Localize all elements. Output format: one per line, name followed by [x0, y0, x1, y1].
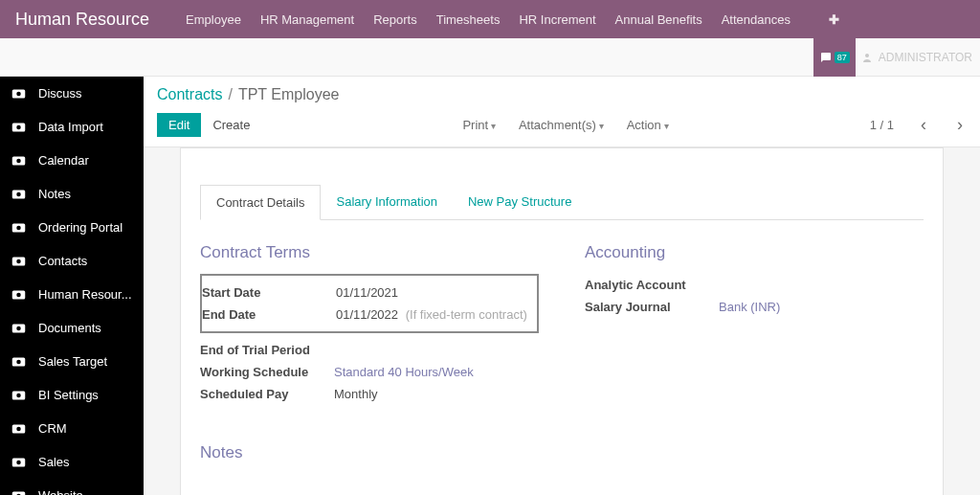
svg-point-14	[16, 292, 21, 297]
sidebar-item-data-import[interactable]: Data Import	[0, 110, 144, 144]
edit-button[interactable]: Edit	[157, 113, 201, 137]
sidebar-item-contacts[interactable]: Contacts	[0, 244, 144, 278]
working-schedule-value[interactable]: Standard 40 Hours/Week	[334, 365, 474, 379]
sidebar-item-discuss[interactable]: Discuss	[0, 77, 144, 110]
sidebar-item-sales-target[interactable]: Sales Target	[0, 345, 144, 378]
end-date-value: 01/11/2022 (If fixed-term contract)	[336, 307, 527, 322]
module-icon	[11, 422, 29, 436]
brand-title[interactable]: Human Resource	[15, 10, 149, 30]
start-date-value: 01/11/2021	[336, 285, 398, 300]
sidebar-item-sales[interactable]: Sales	[0, 445, 144, 479]
sidebar-item-label: Ordering Portal	[38, 220, 122, 235]
content-area: Contracts / TPT Employee Edit Create Pri…	[144, 77, 980, 495]
sidebar-item-label: Calendar	[38, 153, 89, 168]
contract-terms-column: Contract Terms Start Date 01/11/2021 End…	[200, 243, 539, 405]
user-icon	[861, 52, 873, 63]
tab-bar: Contract Details Salary Information New …	[200, 185, 924, 220]
sidebar-item-label: Sales	[38, 455, 70, 469]
end-date-text: 01/11/2022	[336, 307, 398, 322]
secondary-bar: 87 ADMINISTRATOR	[0, 38, 980, 77]
pager-label: 1 / 1	[870, 118, 894, 132]
sidebar-item-calendar[interactable]: Calendar	[0, 144, 144, 177]
sidebar-item-notes[interactable]: Notes	[0, 177, 144, 211]
svg-point-6	[16, 158, 21, 163]
chat-count-badge: 87	[835, 52, 850, 63]
app-sidebar: Discuss Data Import Calendar Notes Order…	[0, 77, 144, 495]
svg-point-18	[16, 359, 21, 364]
svg-point-20	[16, 393, 21, 397]
svg-point-8	[16, 191, 21, 196]
pager-prev[interactable]: ‹	[917, 115, 930, 135]
menu-attendances[interactable]: Attendances	[722, 12, 791, 27]
menu-reports[interactable]: Reports	[373, 12, 417, 27]
trial-period-label: End of Trial Period	[200, 343, 334, 357]
breadcrumb-sep: /	[228, 86, 232, 103]
svg-point-0	[865, 54, 869, 57]
sidebar-item-ordering-portal[interactable]: Ordering Portal	[0, 211, 144, 244]
attachments-dropdown[interactable]: Attachment(s)	[519, 118, 604, 132]
topbar: Human Resource Employee HR Management Re…	[0, 0, 980, 38]
breadcrumb-current: TPT Employee	[238, 86, 340, 103]
svg-point-16	[16, 326, 21, 330]
salary-journal-value[interactable]: Bank (INR)	[719, 300, 780, 314]
tab-contract-details[interactable]: Contract Details	[200, 185, 321, 220]
module-icon	[11, 389, 29, 402]
end-date-hint: (If fixed-term contract)	[406, 307, 527, 322]
contract-terms-heading: Contract Terms	[200, 243, 539, 262]
tab-new-pay-structure[interactable]: New Pay Structure	[453, 185, 587, 219]
svg-point-12	[16, 259, 21, 263]
module-icon	[11, 221, 29, 235]
module-icon	[11, 288, 29, 302]
module-icon	[11, 87, 29, 101]
sidebar-item-label: CRM	[38, 421, 67, 436]
menu-annual-benefits[interactable]: Annual Benefits	[615, 12, 702, 27]
notes-heading: Notes	[200, 443, 924, 462]
pager-next[interactable]: ›	[953, 115, 967, 135]
sidebar-item-label: Notes	[38, 187, 71, 201]
date-highlight-box: Start Date 01/11/2021 End Date 01/11/202…	[200, 274, 539, 333]
breadcrumb: Contracts / TPT Employee	[144, 77, 980, 107]
sidebar-item-label: Documents	[38, 321, 101, 335]
svg-point-22	[16, 426, 21, 431]
module-icon	[11, 489, 29, 496]
tab-salary-information[interactable]: Salary Information	[321, 185, 453, 219]
messaging-button[interactable]: 87	[813, 38, 856, 77]
action-dropdown[interactable]: Action	[627, 118, 669, 132]
sidebar-item-label: Discuss	[38, 86, 82, 101]
user-label: ADMINISTRATOR	[879, 51, 972, 64]
sidebar-item-label: Contacts	[38, 254, 87, 268]
add-menu-icon[interactable]: ✚	[829, 12, 839, 27]
module-icon	[11, 154, 29, 168]
menu-hr-increment[interactable]: HR Increment	[519, 12, 595, 27]
svg-point-24	[16, 460, 21, 464]
sidebar-item-label: Sales Target	[38, 354, 107, 369]
sidebar-item-website[interactable]: Website	[0, 479, 144, 495]
end-date-label: End Date	[202, 307, 336, 322]
module-icon	[11, 255, 29, 268]
breadcrumb-root[interactable]: Contracts	[157, 86, 222, 103]
sidebar-item-documents[interactable]: Documents	[0, 311, 144, 345]
sidebar-item-label: Human Resour...	[38, 287, 132, 302]
menu-employee[interactable]: Employee	[186, 12, 241, 27]
user-menu[interactable]: ADMINISTRATOR	[861, 51, 972, 64]
start-date-label: Start Date	[202, 285, 336, 300]
scheduled-pay-label: Scheduled Pay	[200, 387, 334, 401]
sidebar-item-bi-settings[interactable]: BI Settings	[0, 378, 144, 412]
analytic-account-label: Analytic Account	[585, 278, 719, 292]
module-icon	[11, 322, 29, 335]
menu-timesheets[interactable]: Timesheets	[436, 12, 501, 27]
salary-journal-label: Salary Journal	[585, 300, 719, 314]
create-button[interactable]: Create	[201, 113, 261, 137]
module-icon	[11, 121, 29, 134]
action-toolbar: Edit Create Print Attachment(s) Action 1…	[144, 107, 980, 147]
sidebar-item-crm[interactable]: CRM	[0, 412, 144, 445]
working-schedule-label: Working Schedule	[200, 365, 334, 379]
chat-icon	[819, 52, 833, 63]
print-dropdown[interactable]: Print	[462, 118, 496, 132]
module-icon	[11, 456, 29, 469]
menu-hr-management[interactable]: HR Management	[260, 12, 354, 27]
sidebar-item-human-resource[interactable]: Human Resour...	[0, 278, 144, 311]
accounting-heading: Accounting	[585, 243, 924, 262]
sidebar-item-label: BI Settings	[38, 388, 99, 402]
module-icon	[11, 188, 29, 201]
